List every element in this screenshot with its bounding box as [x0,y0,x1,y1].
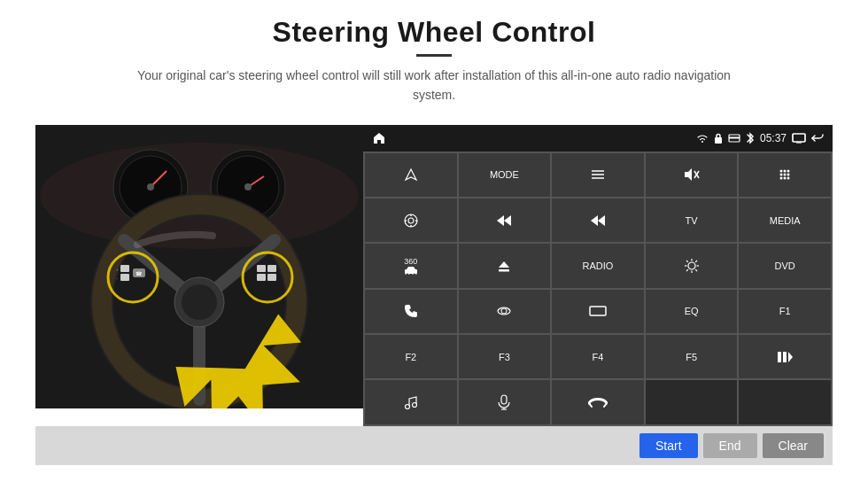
btn-mute[interactable] [646,153,738,197]
btn-rewind[interactable] [459,198,551,242]
svg-point-51 [405,214,417,227]
svg-point-49 [784,177,787,180]
fast-forward-icon [590,214,606,227]
wifi-icon [696,133,709,144]
btn-brightness[interactable] [646,244,738,287]
btn-mode[interactable]: MODE [459,153,551,197]
rectangle-icon [589,305,607,317]
svg-marker-80 [788,352,793,362]
svg-marker-57 [504,215,511,226]
btn-eject[interactable] [459,244,551,287]
btn-settings-circle[interactable] [365,198,457,242]
back-icon [811,133,824,144]
btn-f4[interactable]: F4 [552,335,644,378]
svg-point-76 [501,308,507,314]
svg-point-6 [147,183,154,190]
svg-text:☎: ☎ [136,271,143,276]
button-grid: MODE [363,152,833,426]
control-panel: 05:37 [363,125,833,426]
svg-point-52 [408,218,414,223]
svg-point-44 [787,170,790,173]
btn-f3[interactable]: F3 [459,335,551,378]
svg-marker-60 [598,215,605,226]
btn-media[interactable]: MEDIA [739,198,831,242]
apps-icon [778,167,792,182]
svg-line-71 [686,260,688,262]
btn-list[interactable] [552,153,644,197]
btn-empty-2[interactable] [739,380,831,424]
svg-point-81 [405,405,409,409]
btn-rectangle[interactable] [552,290,644,333]
svg-line-87 [604,403,607,407]
svg-point-48 [780,177,783,180]
svg-point-9 [244,183,252,190]
btn-phone[interactable] [365,290,457,333]
card-icon [728,134,740,143]
svg-point-43 [784,170,787,173]
status-bar: 05:37 [363,125,833,152]
btn-play-pause[interactable] [739,335,831,378]
microphone-icon [498,394,510,410]
btn-music[interactable] [365,380,457,424]
eject-icon [497,260,511,272]
svg-rect-77 [590,307,606,315]
btn-microphone[interactable] [459,380,551,424]
svg-rect-25 [257,265,266,272]
svg-point-45 [780,174,783,176]
page-container: Steering Wheel Control Your original car… [0,0,868,482]
btn-360-car[interactable]: 360 [365,244,457,287]
svg-point-82 [412,403,416,408]
svg-rect-21 [120,274,129,281]
title-divider [416,54,452,57]
svg-rect-33 [793,134,805,142]
svg-rect-26 [267,265,276,272]
svg-rect-30 [715,137,722,144]
svg-rect-83 [501,395,507,404]
svg-point-66 [688,262,695,269]
svg-point-16 [182,284,217,320]
svg-rect-28 [267,274,276,281]
settings-circle-icon [403,213,419,229]
btn-tv[interactable]: TV [646,198,738,242]
home-icon [372,131,386,145]
btn-dvd[interactable]: DVD [739,244,831,287]
btn-f5[interactable]: F5 [646,335,738,378]
btn-eq[interactable]: EQ [646,290,738,333]
end-button[interactable]: End [703,433,757,458]
btn-f1[interactable]: F1 [739,290,831,333]
steering-wheel-image: + - ☎ [35,125,363,408]
bottom-bar: Start End Clear [35,426,833,465]
status-bar-right: 05:37 [696,132,824,144]
svg-point-42 [780,170,783,173]
svg-point-46 [784,174,787,176]
btn-apps[interactable] [739,153,831,197]
svg-point-47 [787,174,790,176]
display-icon [792,133,806,144]
svg-marker-64 [499,261,509,268]
status-bar-left [372,131,386,145]
btn-empty-1[interactable] [646,380,738,424]
btn-orbit[interactable] [459,290,551,333]
btn-phone-end[interactable] [552,380,644,424]
phone-icon [404,304,418,318]
btn-f2[interactable]: F2 [365,335,457,378]
svg-rect-32 [729,136,740,138]
svg-rect-19 [120,265,129,272]
phone-end-icon [588,396,608,408]
page-title: Steering Wheel Control [124,16,744,49]
btn-navigate[interactable] [365,153,457,197]
svg-line-72 [695,269,697,271]
start-button[interactable]: Start [639,433,698,458]
content-area: + - ☎ [35,125,833,426]
subtitle: Your original car's steering wheel contr… [124,66,744,105]
svg-line-73 [695,260,697,262]
play-pause-icon [777,351,793,363]
svg-point-62 [406,273,409,275]
btn-radio[interactable]: RADIO [552,244,644,287]
svg-rect-79 [783,352,787,362]
status-time: 05:37 [760,132,787,144]
svg-marker-39 [685,168,692,181]
btn-fast-forward[interactable] [552,198,644,242]
bluetooth-icon [746,132,755,144]
clear-button[interactable]: Clear [763,433,824,458]
